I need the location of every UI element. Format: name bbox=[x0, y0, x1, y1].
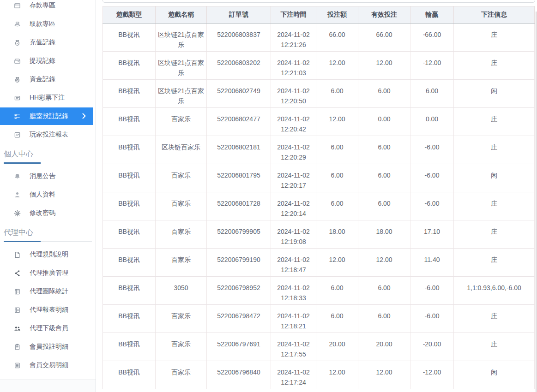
members-icon bbox=[13, 325, 21, 332]
sidebar-item-label: 充值記錄 bbox=[30, 38, 55, 47]
room-bet-list-icon bbox=[13, 113, 21, 120]
sidebar-item-agent-sub-members[interactable]: 代理下級會員 bbox=[0, 319, 96, 338]
table-cell-game-type: BB视讯 bbox=[103, 192, 156, 220]
sidebar-item-agent-promotion[interactable]: 代理推廣管理 bbox=[0, 264, 96, 282]
table-cell-game-name: 区块链21点百家乐 bbox=[156, 80, 207, 108]
report-card-icon bbox=[13, 306, 21, 314]
sidebar-item-withdraw-zone[interactable]: 取款專區 bbox=[0, 15, 96, 33]
sidebar-item-label: 消息公告 bbox=[30, 172, 55, 180]
column-header-bet-time: 下注時間 bbox=[271, 6, 316, 24]
sidebar-item-player-bet-report[interactable]: 玩家投注報表 bbox=[0, 125, 96, 144]
sidebar-item-hh-lottery-bets[interactable]: HH彩票下注 bbox=[0, 89, 96, 107]
table-cell-bet-info: 1,1:0.93,6.00,-6.00 bbox=[454, 277, 535, 305]
table-cell-win-loss: -6.00 bbox=[410, 277, 454, 305]
sidebar-item-recharge-records[interactable]: 充值記錄 bbox=[0, 33, 96, 52]
table-row: BB视讯区块链21点百家乐5220068038372024-11-02 12:2… bbox=[103, 24, 535, 52]
table-cell-bet-amount: 12.00 bbox=[316, 52, 358, 80]
sidebar-item-agent-team-stats[interactable]: 代理團隊統計 bbox=[0, 282, 96, 301]
table-cell-game-name: 区块链21点百家乐 bbox=[156, 24, 207, 52]
table-cell-bet-info: 庄 bbox=[454, 24, 535, 52]
table-cell-game-name: 区块链百家乐 bbox=[156, 136, 207, 164]
table-row: BB视讯百家乐5220067968402024-11-02 12:17:2412… bbox=[103, 361, 535, 389]
table-cell-bet-time: 2024-11-02 12:18:21 bbox=[271, 305, 316, 333]
sidebar-item-profile[interactable]: 個人資料 bbox=[0, 185, 96, 204]
table-cell-valid-bet: 6.00 bbox=[358, 80, 410, 108]
table-cell-bet-amount: 6.00 bbox=[316, 80, 358, 108]
table-cell-order-no: 522006801795 bbox=[207, 164, 271, 192]
table-cell-order-no: 522006802181 bbox=[207, 136, 271, 164]
sidebar-item-agent-report-detail[interactable]: 代理報表明細 bbox=[0, 301, 96, 319]
sidebar-item-label: 代理推廣管理 bbox=[30, 269, 68, 277]
sidebar-item-deposit-zone[interactable]: 存款專區 bbox=[0, 0, 96, 15]
table-cell-game-name: 3050 bbox=[156, 277, 207, 305]
sidebar-item-agent-rules[interactable]: 代理規則說明 bbox=[0, 245, 96, 264]
table-cell-game-type: BB视讯 bbox=[103, 220, 156, 249]
table-cell-win-loss: -6.00 bbox=[410, 305, 454, 333]
sidebar-menu: 存款專區 取款專區 充值記錄 提現記錄 bbox=[0, 0, 96, 144]
sidebar-item-label: HH彩票下注 bbox=[30, 94, 65, 102]
table-cell-bet-info: 庄 bbox=[454, 108, 535, 136]
sidebar-item-label: 廳室投註記錄 bbox=[30, 112, 68, 120]
table-cell-bet-time: 2024-11-02 12:18:33 bbox=[271, 277, 316, 305]
table-cell-bet-amount: 6.00 bbox=[316, 277, 358, 305]
table-cell-game-type: BB视讯 bbox=[103, 24, 156, 52]
table-cell-bet-info: 庄 bbox=[454, 136, 535, 164]
sidebar-menu-personal: 消息公告 個人資料 修改密碼 bbox=[0, 167, 96, 222]
lottery-card-icon bbox=[13, 94, 21, 101]
table-cell-bet-time: 2024-11-02 12:20:14 bbox=[271, 192, 316, 220]
sidebar-item-label: 修改密碼 bbox=[30, 209, 55, 217]
table-cell-valid-bet: 12.00 bbox=[358, 249, 410, 277]
sidebar-item-label: 會員交易明細 bbox=[30, 361, 68, 369]
table-cell-bet-amount: 66.00 bbox=[316, 24, 358, 52]
section-divider bbox=[4, 163, 92, 163]
table-cell-order-no: 522006802477 bbox=[207, 108, 271, 136]
table-cell-win-loss: -12.00 bbox=[410, 361, 454, 389]
sidebar-item-room-bet-records[interactable]: 廳室投註記錄 bbox=[0, 107, 93, 125]
table-cell-game-name: 百家乐 bbox=[156, 333, 207, 361]
vertical-scrollbar[interactable] bbox=[536, 12, 537, 392]
recharge-bag-icon bbox=[13, 39, 21, 46]
table-cell-game-name: 百家乐 bbox=[156, 249, 207, 277]
table-cell-bet-time: 2024-11-02 12:17:55 bbox=[271, 333, 316, 361]
table-row: BB视讯百家乐5220068017952024-11-02 12:20:176.… bbox=[103, 164, 535, 192]
table-row: BB视讯百家乐5220068024772024-11-02 12:20:4212… bbox=[103, 108, 535, 136]
table-cell-bet-time: 2024-11-02 12:18:47 bbox=[271, 249, 316, 277]
table-cell-valid-bet: 18.00 bbox=[358, 220, 410, 249]
table-cell-bet-time: 2024-11-02 12:20:29 bbox=[271, 136, 316, 164]
chevron-right-icon bbox=[82, 113, 86, 120]
bell-icon bbox=[13, 172, 21, 180]
table-cell-bet-amount: 18.00 bbox=[316, 220, 358, 249]
table-cell-game-name: 百家乐 bbox=[156, 164, 207, 192]
table-cell-bet-time: 2024-11-02 12:17:24 bbox=[271, 361, 316, 389]
clipboard-icon bbox=[13, 343, 21, 350]
table-cell-bet-amount: 12.00 bbox=[316, 361, 358, 389]
table-cell-bet-info: 闲 bbox=[454, 164, 535, 192]
sidebar-item-announcements[interactable]: 消息公告 bbox=[0, 167, 96, 185]
sidebar-item-label: 玩家投注報表 bbox=[30, 131, 68, 139]
table-cell-valid-bet: 6.00 bbox=[358, 136, 410, 164]
withdrawal-wallet-icon bbox=[13, 57, 21, 65]
table-cell-bet-time: 2024-11-02 12:21:03 bbox=[271, 52, 316, 80]
table-cell-bet-amount: 6.00 bbox=[316, 136, 358, 164]
table-cell-bet-amount: 6.00 bbox=[316, 192, 358, 220]
sidebar-item-member-transaction-detail[interactable]: 會員交易明細 bbox=[0, 356, 96, 374]
table-cell-bet-amount: 6.00 bbox=[316, 305, 358, 333]
sidebar-item-funds-records[interactable]: 資金記錄 bbox=[0, 70, 96, 89]
column-header-valid-bet: 有效投注 bbox=[358, 6, 410, 24]
table-cell-order-no: 522006799905 bbox=[207, 220, 271, 249]
table-body: BB视讯区块链21点百家乐5220068038372024-11-02 12:2… bbox=[103, 24, 535, 389]
table-row: BB视讯百家乐5220067991902024-11-02 12:18:4712… bbox=[103, 249, 535, 277]
sidebar-item-change-password[interactable]: 修改密碼 bbox=[0, 204, 96, 222]
table-cell-valid-bet: 6.00 bbox=[358, 277, 410, 305]
table-cell-game-type: BB视讯 bbox=[103, 305, 156, 333]
sidebar-bottom-divider bbox=[0, 380, 96, 392]
table-cell-win-loss: -6.00 bbox=[410, 136, 454, 164]
sidebar-item-withdrawal-records[interactable]: 提現記錄 bbox=[0, 52, 96, 70]
sidebar-item-member-bet-detail[interactable]: 會員投註明細 bbox=[0, 338, 96, 356]
sidebar-item-label: 代理規則說明 bbox=[30, 250, 68, 259]
table-cell-valid-bet: 20.00 bbox=[358, 333, 410, 361]
table-cell-win-loss: 17.10 bbox=[410, 220, 454, 249]
table-cell-bet-info: 庄 bbox=[454, 333, 535, 361]
table-cell-order-no: 522006798952 bbox=[207, 277, 271, 305]
table-header-row: 遊戲類型 遊戲名稱 訂單號 下注時間 投注額 有效投注 輸贏 下注信息 bbox=[103, 6, 535, 24]
